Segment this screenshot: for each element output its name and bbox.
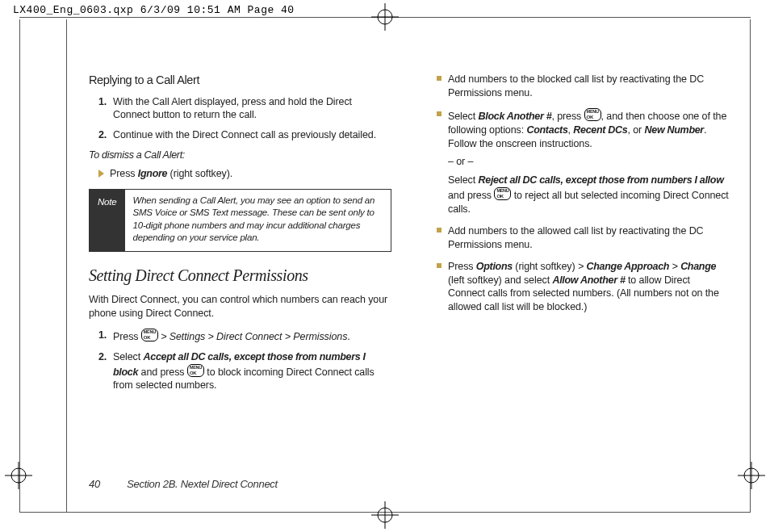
step-number: 2. bbox=[98, 350, 113, 393]
list-item: 2. Select Accept all DC calls, except th… bbox=[98, 350, 391, 393]
svg-point-9 bbox=[744, 468, 759, 483]
text-run: > bbox=[578, 261, 584, 272]
step-text: Press MENUOK > Settings > Direct Connect… bbox=[113, 329, 391, 344]
text-run: (right softkey) bbox=[513, 261, 578, 272]
page-content: Replying to a Call Alert 1. With the Cal… bbox=[89, 73, 730, 492]
steps-permissions: 1. Press MENUOK > Settings > Direct Conn… bbox=[98, 329, 391, 393]
step-text: With the Call Alert displayed, press and… bbox=[113, 95, 391, 123]
ui-term: Block Another # bbox=[479, 111, 552, 122]
list-item: Add numbers to the blocked call list by … bbox=[437, 73, 730, 100]
intro-text: With Direct Connect, you can control whi… bbox=[89, 293, 391, 320]
list-item: 1. With the Call Alert displayed, press … bbox=[98, 95, 391, 123]
text-run: Press bbox=[110, 168, 138, 179]
ui-term: Allow Another # bbox=[552, 274, 625, 286]
step-text: Continue with the Direct Connect call as… bbox=[113, 128, 391, 142]
page-number: 40 bbox=[89, 478, 100, 490]
ui-term: Reject all DC calls, except those from n… bbox=[479, 174, 724, 186]
list-item: Select Block Another #, press MENUOK, an… bbox=[437, 108, 730, 216]
text-run: > bbox=[672, 261, 678, 272]
step-number: 1. bbox=[98, 329, 113, 344]
menu-ok-key-icon: MENUOK bbox=[187, 364, 204, 377]
text-run: (left softkey) and select bbox=[448, 274, 552, 286]
footer-section: Section 2B. Nextel Direct Connect bbox=[127, 478, 278, 490]
note-label: Note bbox=[90, 190, 125, 251]
menu-ok-key-icon: MENUOK bbox=[494, 187, 511, 200]
print-header: LX400_Eng_0603.qxp 6/3/09 10:51 AM Page … bbox=[13, 4, 295, 16]
list-item: 2. Continue with the Direct Connect call… bbox=[98, 128, 391, 142]
ui-term: Change Approach bbox=[587, 261, 670, 272]
text-run: Select bbox=[448, 111, 479, 122]
permissions-continued: Add numbers to the blocked call list by … bbox=[437, 73, 730, 314]
text-run: (right softkey). bbox=[167, 168, 232, 179]
crop-guide-left bbox=[19, 19, 20, 513]
menu-ok-key-icon: MENUOK bbox=[141, 329, 158, 341]
steps-replying: 1. With the Call Alert displayed, press … bbox=[98, 95, 391, 143]
page-footer: 40 Section 2B. Nextel Direct Connect bbox=[89, 478, 278, 490]
svg-point-0 bbox=[378, 10, 392, 24]
step-number: 1. bbox=[98, 95, 113, 123]
text-run: Press bbox=[448, 261, 476, 272]
dismiss-list: Press Ignore (right softkey). bbox=[98, 167, 391, 181]
svg-point-3 bbox=[378, 508, 392, 522]
text-run: and press bbox=[448, 190, 494, 201]
left-column: Replying to a Call Alert 1. With the Cal… bbox=[89, 73, 391, 492]
text-run: Press bbox=[113, 331, 141, 342]
text-run: . bbox=[347, 331, 349, 342]
ui-term: Recent DCs bbox=[573, 124, 627, 136]
registration-mark-left bbox=[5, 462, 32, 489]
registration-mark-right bbox=[738, 462, 765, 489]
crop-guide-bottom bbox=[19, 512, 751, 513]
menu-path: > Settings > Direct Connect > Permission… bbox=[158, 331, 347, 342]
dismiss-heading: To dismiss a Call Alert: bbox=[89, 149, 391, 162]
heading-permissions: Setting Direct Connect Permissions bbox=[89, 265, 391, 287]
text-run: Select bbox=[113, 351, 144, 362]
text-run: Add numbers to the blocked call list by … bbox=[448, 73, 704, 98]
list-item: Press Ignore (right softkey). bbox=[98, 167, 391, 181]
ui-term: New Number bbox=[645, 124, 704, 136]
ui-term: Options bbox=[476, 261, 513, 272]
spine-guide bbox=[66, 19, 67, 513]
menu-ok-key-icon: MENUOK bbox=[584, 108, 601, 121]
crop-guide-right bbox=[750, 19, 751, 513]
list-item: Press Options (right softkey) > Change A… bbox=[437, 260, 730, 315]
text-run: and press bbox=[138, 367, 187, 378]
text-run: Add numbers to the allowed call list by … bbox=[448, 225, 703, 250]
right-column: Add numbers to the blocked call list by … bbox=[427, 73, 730, 492]
list-item: Add numbers to the allowed call list by … bbox=[437, 224, 730, 252]
or-divider: – or – bbox=[448, 155, 730, 169]
note-body: When sending a Call Alert, you may see a… bbox=[125, 190, 391, 251]
text-run: , press bbox=[551, 111, 584, 122]
step-text: Select Accept all DC calls, except those… bbox=[113, 350, 391, 393]
note-box: Note When sending a Call Alert, you may … bbox=[89, 189, 391, 252]
list-item: 1. Press MENUOK > Settings > Direct Conn… bbox=[98, 329, 391, 344]
registration-mark-top bbox=[371, 3, 399, 31]
ui-term: Change bbox=[680, 261, 716, 272]
ui-term: Ignore bbox=[138, 168, 167, 179]
crop-guide-top bbox=[19, 17, 751, 18]
registration-mark-bottom bbox=[371, 501, 399, 529]
svg-point-6 bbox=[11, 468, 26, 483]
text-run: Select bbox=[448, 174, 479, 186]
heading-replying: Replying to a Call Alert bbox=[89, 73, 391, 89]
ui-term: Contacts bbox=[526, 124, 567, 136]
step-number: 2. bbox=[98, 128, 113, 142]
text-run: , or bbox=[627, 124, 644, 136]
